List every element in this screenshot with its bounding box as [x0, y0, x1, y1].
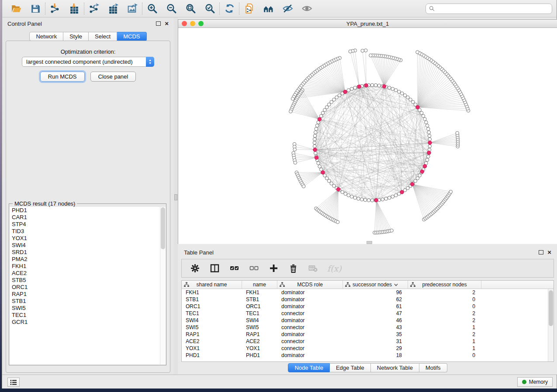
tab-select[interactable]: Select: [89, 32, 117, 41]
list-item[interactable]: GCR1: [10, 319, 166, 326]
table-row[interactable]: FKH1FKH1dominator962: [182, 289, 548, 296]
zoom-selected-icon[interactable]: [204, 3, 216, 15]
vertical-splitter[interactable]: [174, 17, 178, 375]
main-toolbar: [2, 0, 557, 17]
column-header-label: shared name: [196, 282, 227, 288]
column-header-MCDS-role[interactable]: MCDS role: [277, 281, 343, 289]
search-input[interactable]: [437, 6, 549, 12]
table-toolbar: f(x): [181, 259, 554, 278]
list-item[interactable]: SRD1: [10, 249, 166, 256]
network-window-titlebar[interactable]: YPA_prune.txt_1: [178, 20, 557, 28]
table-scrollbar[interactable]: [548, 289, 554, 361]
tab-motifs[interactable]: Motifs: [419, 363, 447, 372]
list-item[interactable]: TEC1: [10, 312, 166, 319]
tab-network-table[interactable]: Network Table: [371, 363, 419, 372]
run-mcds-button[interactable]: Run MCDS: [40, 72, 85, 82]
splitter-grip[interactable]: [174, 194, 177, 200]
table-cell: STB1: [182, 296, 242, 303]
tab-mcds[interactable]: MCDS: [117, 32, 146, 41]
table-panel: Table Panel × f(x) shared namenameMCDS r…: [178, 247, 557, 375]
table-row[interactable]: RAP1RAP1dominator352: [182, 331, 548, 338]
tab-node-table[interactable]: Node Table: [288, 363, 330, 372]
list-item[interactable]: STB5: [10, 277, 166, 284]
list-item[interactable]: RAP1: [10, 291, 166, 298]
table-row[interactable]: ORC1ORC1dominator610: [182, 303, 548, 310]
column-type-icon: [345, 282, 350, 287]
table-cell: PHD1: [182, 352, 242, 359]
float-panel-icon[interactable]: [539, 250, 543, 254]
show-columns-icon[interactable]: [209, 263, 220, 274]
export-table-icon[interactable]: [107, 3, 119, 15]
list-item[interactable]: SWI5: [10, 305, 166, 312]
memory-button-label: Memory: [529, 379, 548, 385]
table-cell: 0: [408, 296, 481, 303]
tab-edge-table[interactable]: Edge Table: [330, 363, 371, 372]
import-table-icon[interactable]: [68, 3, 80, 15]
table-row[interactable]: ACE2ACE2connector311: [182, 338, 548, 345]
table-cell: SWI5: [242, 324, 277, 331]
splitter-grip[interactable]: [367, 241, 372, 244]
column-header-predecessor-nodes[interactable]: predecessor nodes: [408, 281, 481, 289]
first-neighbors-icon[interactable]: [262, 3, 274, 15]
hide-selected-icon[interactable]: [281, 3, 294, 15]
save-session-icon[interactable]: [29, 3, 42, 15]
search-icon: [429, 6, 435, 11]
settings-gear-icon[interactable]: [190, 263, 200, 274]
column-header-shared-name[interactable]: shared name: [182, 281, 242, 289]
zoom-fit-icon[interactable]: [184, 3, 197, 15]
task-history-button[interactable]: [7, 378, 20, 387]
apply-layout-icon[interactable]: [223, 3, 235, 15]
list-item[interactable]: ACE2: [10, 270, 166, 277]
export-network-icon[interactable]: [88, 3, 100, 15]
deselect-all-icon[interactable]: [249, 263, 259, 274]
table-cell: dominator: [277, 296, 343, 303]
add-column-icon[interactable]: [268, 263, 279, 274]
close-panel-icon[interactable]: ×: [165, 21, 169, 26]
close-panel-icon[interactable]: ×: [547, 250, 551, 254]
column-header-filler: [481, 281, 554, 289]
list-item[interactable]: SWI4: [10, 242, 166, 249]
list-item[interactable]: TID3: [10, 228, 166, 235]
table-row[interactable]: SWI5SWI5connector431: [182, 324, 548, 331]
list-item[interactable]: PMA2: [10, 256, 166, 263]
column-header-name[interactable]: name: [242, 281, 277, 289]
table-cell: 2: [408, 310, 481, 317]
tab-network[interactable]: Network: [29, 32, 63, 41]
list-item[interactable]: ORC1: [10, 284, 166, 291]
show-all-icon[interactable]: [301, 3, 313, 15]
float-panel-icon[interactable]: [156, 21, 161, 26]
list-item[interactable]: STP4: [10, 221, 166, 228]
table-panel-title: Table Panel: [184, 249, 214, 256]
list-item[interactable]: FKH1: [10, 263, 166, 270]
tab-style[interactable]: Style: [63, 32, 89, 41]
table-row[interactable]: YOX1YOX1connector291: [182, 345, 548, 352]
search-box[interactable]: [426, 3, 552, 14]
network-canvas[interactable]: [178, 28, 557, 244]
zoom-in-icon[interactable]: [146, 3, 158, 15]
close-panel-button[interactable]: Close panel: [90, 72, 136, 82]
table-row[interactable]: STB1STB1dominator620: [182, 296, 548, 303]
export-image-icon[interactable]: [126, 3, 138, 15]
criterion-dropdown[interactable]: largest connected component (undirected)…: [22, 57, 154, 67]
table-row[interactable]: PHD1PHD1dominator180: [182, 352, 548, 359]
table-row[interactable]: TEC1TEC1connector472: [182, 310, 548, 317]
list-item[interactable]: PHD1: [10, 207, 166, 214]
list-item[interactable]: CAR1: [10, 214, 166, 221]
mcds-tab-content: Optimization criterion: largest connecte…: [6, 41, 170, 373]
import-network-icon[interactable]: [49, 3, 61, 15]
control-panel: Control Panel × NetworkStyleSelectMCDS O…: [2, 17, 174, 375]
list-item[interactable]: YOX1: [10, 235, 166, 242]
select-all-icon[interactable]: [229, 263, 239, 274]
column-header-successor-nodes[interactable]: successor nodes: [343, 281, 408, 289]
delete-column-icon[interactable]: [288, 263, 298, 274]
table-row[interactable]: SWI4SWI4dominator462: [182, 317, 548, 324]
zoom-out-icon[interactable]: [165, 3, 177, 15]
table-cell: 0: [408, 303, 481, 310]
list-item[interactable]: STB1: [10, 298, 166, 305]
open-file-icon[interactable]: [10, 3, 22, 15]
column-header-label: name: [253, 282, 266, 288]
memory-button[interactable]: Memory: [517, 377, 553, 387]
horizontal-splitter[interactable]: [178, 244, 557, 247]
result-list-scrollbar[interactable]: [160, 207, 166, 364]
duplicate-network-icon[interactable]: [243, 3, 255, 15]
